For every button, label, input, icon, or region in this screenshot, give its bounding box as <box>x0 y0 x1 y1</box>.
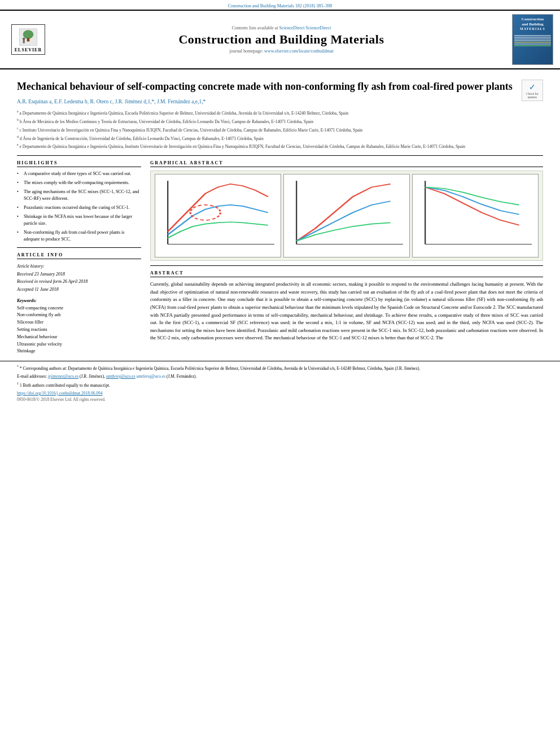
divider-after-affiliations <box>17 155 543 156</box>
doi-link[interactable]: https://doi.org/10.1016/j.conbuildmat.20… <box>17 391 103 396</box>
keywords-list: Self-compacting concrete Non-conforming … <box>17 305 141 356</box>
journal-header: ELSEVIER Contents lists available at Sci… <box>0 10 560 69</box>
email-jimenez-name: (J.R. Jiménez), <box>80 374 105 379</box>
equal-contrib-text: 1 Both authors contributed equally to th… <box>20 383 110 388</box>
left-column: HIGHLIGHTS A comparative study of three … <box>17 160 141 355</box>
elsevier-tree-icon <box>17 27 40 46</box>
email-fernandez-text: umtferoj@uco.es <box>136 374 165 379</box>
journal-title-center: Contents lists available at ScienceDirec… <box>56 25 506 54</box>
email-label: E-mail addresses: <box>17 374 47 379</box>
history-title: Article history: <box>17 263 141 270</box>
cover-title: Construction and Building MATERIALS <box>520 17 545 32</box>
highlights-header: HIGHLIGHTS <box>17 160 141 167</box>
accepted-date: Accepted 11 June 2018 <box>17 286 141 294</box>
footnote-email: E-mail addresses: jrjimenez@uco.es (J.R.… <box>17 373 543 379</box>
abstract-header: ABSTRACT <box>150 270 543 277</box>
keyword-5: Mechanical behaviour <box>17 334 141 341</box>
right-column: GRAPHICAL ABSTRACT <box>150 160 543 355</box>
journal-ref-text: Construction and Building Materials 182 … <box>228 3 332 8</box>
graph-container <box>151 171 542 260</box>
affiliation-d: d d Área de Ingeniería de la Construcció… <box>17 134 543 142</box>
email-jimenez-link[interactable]: jrjimenez@uco.es <box>48 374 78 379</box>
highlight-item-5: Shrinkage in the NCFA mix was lower beca… <box>17 213 141 227</box>
elsevier-text: ELSEVIER <box>15 47 42 53</box>
article-history: Article history: Received 23 January 201… <box>17 263 141 293</box>
elsevier-logo: ELSEVIER <box>6 24 51 55</box>
abstract-text: Currently, global sustainability depends… <box>150 281 543 342</box>
sciencedirect-name: ScienceDirect <box>305 25 331 30</box>
keyword-4: Setting reactions <box>17 326 141 334</box>
article-info: ARTICLE INFO Article history: Received 2… <box>17 252 141 355</box>
email-fernandez-link[interactable]: umtferoj@uco.es <box>106 374 135 379</box>
received-date: Received 23 January 2018 <box>17 270 141 278</box>
authors-text: A.R. Esquinas a, E.F. Ledesma b, R. Oter… <box>17 99 205 104</box>
divider-abstract <box>150 265 543 266</box>
affiliation-c: c c Instituto Universitario de Investiga… <box>17 126 543 133</box>
svg-point-1 <box>23 30 34 39</box>
contents-text: Contents lists available at <box>232 25 278 30</box>
keyword-3: Siliceous filler <box>17 319 141 326</box>
affiliation-b: b b Área de Mecánica de los Medios Conti… <box>17 117 543 125</box>
highlight-item-1: A comparative study of three types of SC… <box>17 171 141 177</box>
article-title-area: Mechanical behaviour of self-compacting … <box>17 80 543 93</box>
affiliation-a: a a Departamento de Química Inorgánica e… <box>17 109 543 116</box>
highlight-item-6: Non-conforming fly ash from coal-fired p… <box>17 229 141 243</box>
email-fernandez-name: (J.M. Fernández). <box>167 374 196 379</box>
elsevier-logo-box: ELSEVIER <box>11 24 45 55</box>
doi-line: https://doi.org/10.1016/j.conbuildmat.20… <box>17 391 543 396</box>
sciencedirect-link[interactable]: ScienceDirect <box>279 25 305 30</box>
authors-line: A.R. Esquinas a, E.F. Ledesma b, R. Oter… <box>17 98 543 106</box>
svg-rect-2 <box>27 38 30 41</box>
highlight-item-2: The mixes comply with the self-compactin… <box>17 180 141 186</box>
copyright-line: 0950-0618/© 2018 Elsevier Ltd. All right… <box>17 397 543 402</box>
highlight-item-3: The aging mechanisms of the SCC mixes (S… <box>17 189 141 202</box>
svg-point-7 <box>190 205 220 220</box>
article-info-header: ARTICLE INFO <box>17 252 141 259</box>
corresponding-label: * Corresponding authors at: <box>20 366 67 371</box>
keywords-section: Keywords: Self-compacting concrete Non-c… <box>17 298 141 356</box>
highlight-item-4: Pozzolanic reactions occurred during the… <box>17 204 141 211</box>
journal-name: Construction and Building Materials <box>56 32 506 47</box>
keyword-6: Ultrasonic pulse velocity <box>17 341 141 348</box>
homepage-label: journal homepage: <box>229 49 263 54</box>
highlights-list: A comparative study of three types of SC… <box>17 171 141 243</box>
graph-panel-1 <box>155 174 281 257</box>
keyword-7: Shrinkage <box>17 348 141 355</box>
graphical-abstract-header: GRAPHICAL ABSTRACT <box>150 160 543 167</box>
journal-cover: Construction and Building MATERIALS <box>512 14 554 65</box>
divider-article-info <box>17 247 141 248</box>
check-badge-label: Check for updates <box>522 92 542 99</box>
homepage-line: journal homepage: www.elsevier.com/locat… <box>56 49 506 54</box>
revised-date: Received in revised form 26 April 2018 <box>17 278 141 286</box>
contents-available-line: Contents lists available at ScienceDirec… <box>56 25 506 30</box>
cover-decorative-lines <box>514 34 551 47</box>
svg-rect-4 <box>23 40 25 43</box>
keywords-title: Keywords: <box>17 298 141 303</box>
footnote-equal-contrib: 1 1 Both authors contributed equally to … <box>17 381 543 388</box>
keyword-2: Non-conforming fly ash <box>17 312 141 319</box>
article-content: Mechanical behaviour of self-compacting … <box>0 69 560 355</box>
keyword-1: Self-compacting concrete <box>17 305 141 312</box>
graph-panel-3 <box>412 174 539 257</box>
journal-reference-bar: Construction and Building Materials 182 … <box>0 0 560 10</box>
corresponding-text: Departamento de Química Inorgánica e Ing… <box>68 366 420 371</box>
footnote-corresponding: * * Corresponding authors at: Departamen… <box>17 364 543 372</box>
footnotes: * * Corresponding authors at: Departamen… <box>0 361 560 402</box>
homepage-url[interactable]: www.elsevier.com/locate/conbuildmat <box>264 49 334 54</box>
affiliation-e: e e Departamento de Química Inorgánica e… <box>17 142 543 150</box>
page: Construction and Building Materials 182 … <box>0 0 560 747</box>
affiliations: a a Departamento de Química Inorgánica e… <box>17 109 543 150</box>
article-title: Mechanical behaviour of self-compacting … <box>17 80 543 93</box>
check-for-updates-badge: ✓ Check for updates <box>522 80 543 101</box>
graph-panel-2 <box>283 174 410 257</box>
journal-cover-box: Construction and Building MATERIALS <box>512 14 553 65</box>
graphical-abstract-box <box>150 171 543 261</box>
two-column-layout: HIGHLIGHTS A comparative study of three … <box>17 160 543 355</box>
